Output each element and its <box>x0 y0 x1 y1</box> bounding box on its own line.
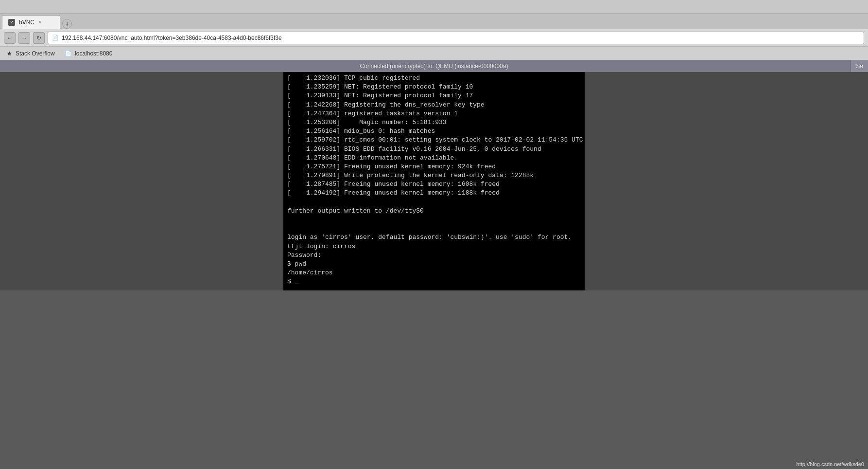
vnc-status-bar: Connected (unencrypted) to: QEMU (instan… <box>0 60 868 72</box>
reload-icon: ↻ <box>36 35 41 41</box>
tab-label: bVNC <box>19 19 35 26</box>
forward-icon: → <box>21 35 27 41</box>
bookmark-stackoverflow[interactable]: ★ Stack Overflow <box>4 49 58 58</box>
bookmark-stackoverflow-icon: ★ <box>7 50 14 57</box>
back-button[interactable]: ← <box>4 32 16 44</box>
url-text: 192.168.44.147:6080/vnc_auto.html?token=… <box>62 35 282 41</box>
address-bar[interactable]: 📄 192.168.44.147:6080/vnc_auto.html?toke… <box>48 32 864 44</box>
new-tab-button[interactable]: + <box>62 19 72 29</box>
bookmark-localhost-icon: 📄 <box>65 50 71 57</box>
bookmark-localhost-label: .localhost:8080 <box>73 50 113 57</box>
bookmark-localhost[interactable]: 📄 .localhost:8080 <box>62 49 116 58</box>
bottom-url-text: http://blog.csdn.net/wdksde0 <box>797 461 864 467</box>
back-icon: ← <box>7 35 13 41</box>
vnc-status-text: Connected (unencrypted) to: QEMU (instan… <box>360 63 508 70</box>
forward-button[interactable]: → <box>18 32 30 44</box>
reload-button[interactable]: ↻ <box>33 32 45 44</box>
vnc-container: Connected (unencrypted) to: QEMU (instan… <box>0 60 868 290</box>
bookmark-stackoverflow-label: Stack Overflow <box>16 50 55 57</box>
browser-tab[interactable]: V bVNC × <box>2 15 60 29</box>
tab-favicon: V <box>8 19 15 26</box>
tab-bar: V bVNC × + <box>0 14 868 29</box>
tab-close-button[interactable]: × <box>38 19 41 25</box>
bottom-status-bar: http://blog.csdn.net/wdksde0 <box>793 459 868 469</box>
vnc-send-button[interactable]: Se <box>851 60 868 72</box>
nav-bar: ← → ↻ 📄 192.168.44.147:6080/vnc_auto.htm… <box>0 29 868 47</box>
title-bar <box>0 0 868 14</box>
bookmarks-bar: ★ Stack Overflow 📄 .localhost:8080 <box>0 47 868 60</box>
terminal[interactable]: [ 1.232036] TCP cubic registered [ 1.235… <box>283 72 585 290</box>
page-icon: 📄 <box>52 35 59 41</box>
browser-chrome: V bVNC × + ← → ↻ 📄 192.168.44.147:6080/v… <box>0 0 868 60</box>
